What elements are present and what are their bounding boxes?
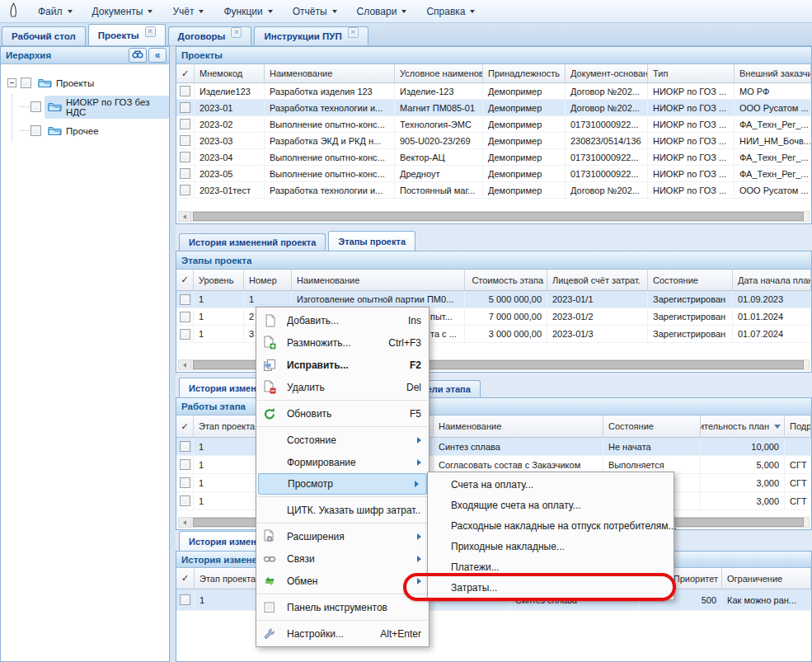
- workspace-tab-0[interactable]: Рабочий стол: [2, 26, 86, 45]
- column-header[interactable]: Документ-основан: [566, 64, 648, 82]
- column-header[interactable]: Наименование: [434, 416, 603, 437]
- context-menu-item-1[interactable]: Размножить...Ctrl+F3: [256, 331, 429, 354]
- menubar-item-4[interactable]: Отчёты: [283, 2, 347, 21]
- context-menu-item-5[interactable]: ОбновитьF5: [256, 402, 429, 425]
- row-checkbox[interactable]: [180, 594, 190, 605]
- column-header[interactable]: Ограничение: [722, 568, 811, 589]
- row-checkbox[interactable]: [180, 102, 190, 113]
- context-menu-item-8[interactable]: Формирование: [256, 451, 429, 473]
- row-checkbox[interactable]: [180, 185, 190, 195]
- context-menu-item-9[interactable]: Просмотр: [258, 473, 427, 495]
- panel-splitter[interactable]: [170, 46, 176, 662]
- context-menu-item-7[interactable]: Состояние: [256, 429, 429, 451]
- table-row[interactable]: 2023-01тестРазработка технологии и...Пос…: [176, 182, 811, 199]
- column-header[interactable]: Номер: [244, 270, 292, 290]
- row-checkbox[interactable]: [180, 168, 190, 179]
- select-all-header[interactable]: ✓: [176, 64, 195, 82]
- row-checkbox[interactable]: [180, 329, 190, 340]
- tree-node-2[interactable]: Прочее: [1, 119, 169, 143]
- section-tab-1[interactable]: Этапы проекта: [328, 231, 415, 251]
- context-menu-item-14[interactable]: Связи: [256, 547, 429, 570]
- context-menu-item-17[interactable]: Панель инструментов: [256, 596, 429, 618]
- column-header[interactable]: Дата начала план: [733, 270, 811, 290]
- scroll-left-button[interactable]: [179, 360, 191, 369]
- column-header[interactable]: Наименование: [292, 270, 465, 290]
- row-checkbox[interactable]: [180, 477, 190, 488]
- context-menu-item-3[interactable]: УдалитьDel: [256, 376, 429, 398]
- table-row[interactable]: 2023-02Выполнение опытно-конс...Технолог…: [176, 116, 811, 133]
- column-header[interactable]: Принадлежность: [483, 64, 566, 82]
- table-row[interactable]: 2023-03Разработка ЭКД и РКД н...905-U020…: [176, 133, 811, 149]
- table-row[interactable]: 11Изготовление опытной партии ПМ0...5 00…: [176, 291, 811, 308]
- tree-node-label-wrap[interactable]: Проекты: [35, 75, 97, 92]
- context-menu-item-2[interactable]: Исправить...F2: [256, 354, 429, 376]
- select-all-header[interactable]: ✓: [176, 416, 194, 437]
- select-all-header[interactable]: ✓: [176, 270, 194, 290]
- column-header[interactable]: Тип: [648, 64, 735, 82]
- tab-close-icon[interactable]: ✕: [348, 27, 359, 38]
- column-header[interactable]: Мнемокод: [195, 64, 265, 82]
- table-row[interactable]: 2023-04Выполнение опытно-конс...Вектор-А…: [176, 149, 811, 166]
- row-checkbox[interactable]: [180, 294, 190, 305]
- menu-item-shortcut: Alt+Enter: [380, 628, 421, 640]
- submenu-item-2[interactable]: Расходные накладные на отпуск потребител…: [428, 515, 674, 536]
- scroll-left-button[interactable]: [179, 212, 191, 221]
- section-tab-0[interactable]: История измен: [179, 531, 266, 551]
- row-checkbox[interactable]: [180, 441, 190, 452]
- column-header[interactable]: Подр: [785, 416, 811, 437]
- column-header[interactable]: Лицевой счёт затрат.: [547, 270, 648, 290]
- tab-close-icon[interactable]: ✕: [145, 26, 156, 37]
- context-menu-item-19[interactable]: Настройки...Alt+Enter: [256, 622, 429, 645]
- column-header[interactable]: Состояние: [648, 270, 733, 290]
- column-header[interactable]: Уровень: [194, 270, 244, 290]
- column-header[interactable]: Состояние: [603, 416, 701, 437]
- menubar-item-3[interactable]: Функции: [214, 2, 282, 21]
- horizontal-scrollbar[interactable]: [178, 211, 810, 222]
- row-checkbox[interactable]: [180, 86, 190, 96]
- row-checkbox[interactable]: [180, 135, 190, 146]
- submenu-item-0[interactable]: Счета на оплату...: [428, 474, 674, 495]
- table-row[interactable]: Изделие123Разработка изделия 123Изделие-…: [176, 83, 811, 100]
- workspace-tab-1[interactable]: Проекты✕: [88, 24, 166, 45]
- tab-close-icon[interactable]: ✕: [231, 27, 242, 38]
- tree-checkbox[interactable]: [31, 125, 41, 136]
- menubar-item-2[interactable]: Учёт: [162, 2, 214, 21]
- collapse-panel-button[interactable]: «: [148, 48, 167, 63]
- row-checkbox[interactable]: [180, 312, 190, 322]
- tree-checkbox[interactable]: [31, 101, 41, 112]
- tree-checkbox[interactable]: [21, 77, 31, 88]
- scrollbar-thumb[interactable]: [193, 212, 804, 221]
- submenu-item-1[interactable]: Входящие счета на оплату...: [428, 495, 674, 515]
- workspace-tab-2[interactable]: Договоры✕: [168, 26, 252, 45]
- tree-node-1[interactable]: НИОКР по ГОЗ без НДС: [1, 95, 169, 119]
- context-menu-item-0[interactable]: Добавить...Ins: [256, 309, 429, 331]
- menubar-item-6[interactable]: Справка: [416, 2, 485, 21]
- column-header[interactable]: Длительность план: [701, 416, 785, 437]
- column-header[interactable]: Условное наименова: [395, 64, 483, 82]
- section-tab-0[interactable]: История измен: [179, 378, 266, 397]
- table-row[interactable]: 2023-05Выполнение опытно-конс...Дредноут…: [176, 166, 811, 182]
- column-header[interactable]: Наименование: [265, 64, 395, 82]
- tree-expander-icon[interactable]: [7, 78, 16, 87]
- tree-node-label-wrap[interactable]: НИОКР по ГОЗ без НДС: [45, 96, 169, 119]
- find-button[interactable]: [129, 48, 147, 63]
- submenu-item-3[interactable]: Приходные накладные...: [428, 536, 674, 556]
- column-header[interactable]: Стоимость этапа: [465, 270, 547, 290]
- tree-node-0[interactable]: Проекты: [1, 71, 169, 95]
- workspace-tab-3[interactable]: Инструкции ПУП✕: [254, 26, 368, 45]
- table-row[interactable]: 2023-01Разработка технологии и...Магнит …: [176, 100, 811, 116]
- section-tab-0[interactable]: История изменений проекта: [179, 233, 326, 251]
- tree-node-label-wrap[interactable]: Прочее: [45, 123, 102, 139]
- row-checkbox[interactable]: [180, 119, 190, 129]
- menubar-item-1[interactable]: Документы: [82, 2, 163, 21]
- context-menu-item-11[interactable]: ЦИТК. Указать шифр затрат...: [256, 499, 429, 521]
- menubar-item-0[interactable]: Файл: [28, 2, 82, 21]
- row-checkbox[interactable]: [180, 152, 190, 162]
- column-header[interactable]: Внешний заказчик: [735, 64, 811, 82]
- row-checkbox[interactable]: [180, 495, 190, 506]
- row-checkbox[interactable]: [180, 459, 190, 470]
- scroll-left-button[interactable]: [179, 518, 191, 527]
- select-all-header[interactable]: ✓: [176, 568, 195, 589]
- context-menu-item-13[interactable]: Расширения: [256, 525, 429, 547]
- menubar-item-5[interactable]: Словари: [347, 2, 417, 21]
